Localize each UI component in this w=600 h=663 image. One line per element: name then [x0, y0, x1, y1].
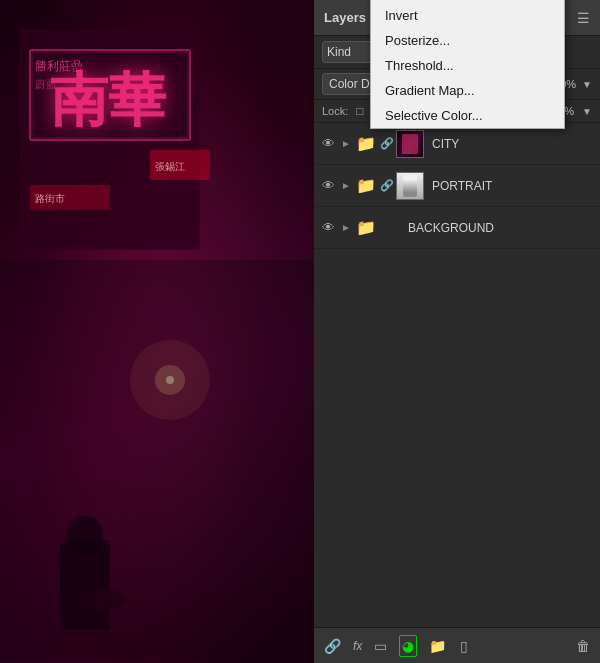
- fill-chevron: ▼: [582, 106, 592, 117]
- background-layer-name: BACKGROUND: [408, 221, 494, 235]
- delete-layer-icon[interactable]: 🗑: [574, 636, 592, 656]
- city-layer-name: CITY: [432, 137, 459, 151]
- city-thumbnail: [396, 130, 424, 158]
- add-mask-icon[interactable]: ▭: [372, 636, 389, 656]
- new-layer-icon[interactable]: ▯: [458, 636, 470, 656]
- new-group-icon[interactable]: 📁: [427, 636, 448, 656]
- adjustment-layer-menu: Solid Color... Gradient... Pattern... Br…: [370, 0, 565, 129]
- image-panel: 南華 勝利莊嵒 蔚藍 張錫江 路街市: [0, 0, 314, 663]
- lock-transparent-icon[interactable]: □: [356, 104, 363, 118]
- scene-overlay: 南華 勝利莊嵒 蔚藍 張錫江 路街市: [0, 0, 314, 663]
- menu-invert[interactable]: Invert: [371, 3, 564, 28]
- layer-background[interactable]: 👁 ► 📁 BACKGROUND: [314, 207, 600, 249]
- svg-rect-18: [0, 0, 314, 663]
- layers-list: 👁 ► 📁 🔗 CITY 👁 ► 📁 🔗 PORTRAIT 👁 ► 📁: [314, 123, 600, 627]
- lock-label: Lock:: [322, 105, 348, 117]
- city-expand-icon[interactable]: ►: [340, 138, 352, 149]
- portrait-thumbnail: [396, 172, 424, 200]
- menu-threshold[interactable]: Threshold...: [371, 53, 564, 78]
- background-expand-icon[interactable]: ►: [340, 222, 352, 233]
- portrait-visibility-icon[interactable]: 👁: [320, 178, 336, 193]
- layers-toolbar: Solid Color... Gradient... Pattern... Br…: [314, 627, 600, 663]
- portrait-group-icon: 📁: [356, 176, 376, 195]
- link-layers-icon[interactable]: 🔗: [322, 636, 343, 656]
- city-visibility-icon[interactable]: 👁: [320, 136, 336, 151]
- panel-menu-icon[interactable]: ☰: [577, 10, 590, 26]
- city-chain-icon: 🔗: [380, 137, 392, 150]
- background-group-icon: 📁: [356, 218, 376, 237]
- layer-portrait[interactable]: 👁 ► 📁 🔗 PORTRAIT: [314, 165, 600, 207]
- layers-panel: Layers ☰ Kind ▦ ◆ T ▱ S ••• Color Dodge …: [314, 0, 600, 663]
- menu-selective-color[interactable]: Selective Color...: [371, 103, 564, 128]
- menu-gradient-map[interactable]: Gradient Map...: [371, 78, 564, 103]
- city-group-icon: 📁: [356, 134, 376, 153]
- portrait-layer-name: PORTRAIT: [432, 179, 492, 193]
- menu-posterize[interactable]: Posterize...: [371, 28, 564, 53]
- background-visibility-icon[interactable]: 👁: [320, 220, 336, 235]
- panel-title: Layers: [324, 10, 366, 25]
- image-background: 南華 勝利莊嵒 蔚藍 張錫江 路街市: [0, 0, 314, 663]
- opacity-chevron: ▼: [582, 79, 592, 90]
- portrait-expand-icon[interactable]: ►: [340, 180, 352, 191]
- layer-city[interactable]: 👁 ► 📁 🔗 CITY: [314, 123, 600, 165]
- add-layer-style-icon[interactable]: fx: [353, 639, 362, 653]
- add-adjustment-layer-icon[interactable]: ◕: [399, 635, 417, 657]
- portrait-chain-icon: 🔗: [380, 179, 392, 192]
